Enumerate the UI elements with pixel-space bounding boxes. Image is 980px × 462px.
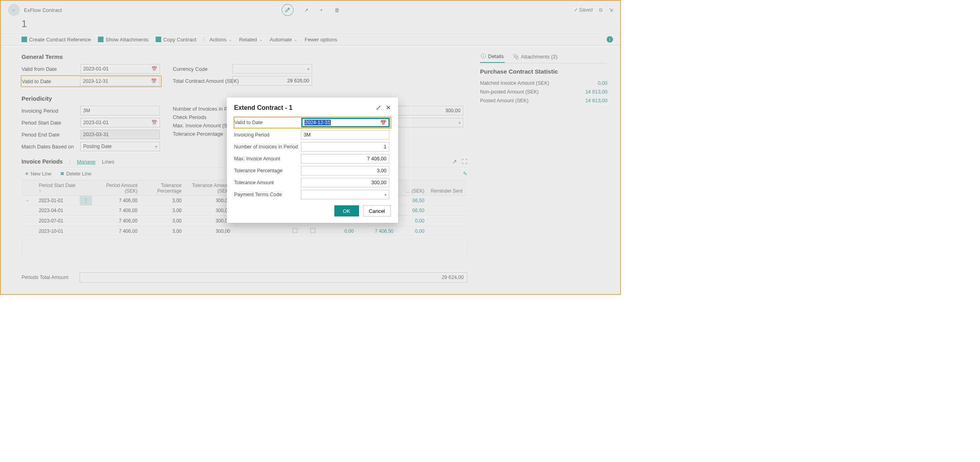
modal-invoicing-period-label: Invoicing Period xyxy=(234,132,301,138)
calendar-icon[interactable]: 📅 xyxy=(380,120,387,126)
modal-num-invoices-field[interactable]: 1 xyxy=(301,142,389,152)
ok-button[interactable]: OK xyxy=(334,205,359,216)
cancel-button[interactable]: Cancel xyxy=(363,205,391,216)
modal-payment-terms-field[interactable]: ▾ xyxy=(301,190,389,199)
modal-tol-amt-field[interactable]: 300,00 xyxy=(301,178,389,187)
close-dialog-icon[interactable]: ✕ xyxy=(386,104,391,111)
modal-invoicing-period-field[interactable]: 3M xyxy=(301,130,389,140)
expand-dialog-icon[interactable]: ⤢ xyxy=(376,104,381,111)
modal-tol-pct-field[interactable]: 3,00 xyxy=(301,166,389,175)
modal-max-invoice-field[interactable]: 7 406,00 xyxy=(301,154,389,164)
invoice-reminder-heading[interactable]: Invoice Reminder xyxy=(21,294,467,295)
modal-tol-pct-label: Tolerance Percentage xyxy=(234,168,301,173)
chevron-down-icon[interactable]: ▾ xyxy=(385,193,387,197)
modal-valid-to-label: Valid to Date xyxy=(234,120,301,125)
modal-valid-to-field[interactable]: 2024-12-31 📅 xyxy=(301,118,390,127)
modal-num-invoices-label: Number of Invoices in Period xyxy=(234,144,301,150)
modal-tol-amt-label: Tolerance Amount xyxy=(234,180,301,185)
modal-payment-terms-label: Payment Terms Code xyxy=(234,192,301,197)
modal-max-invoice-label: Max. Invoice Amount xyxy=(234,156,301,162)
extend-contract-dialog: Extend Contract - 1 ⤢ ✕ Valid to Date 20… xyxy=(227,97,398,223)
dialog-title: Extend Contract - 1 xyxy=(234,104,293,111)
